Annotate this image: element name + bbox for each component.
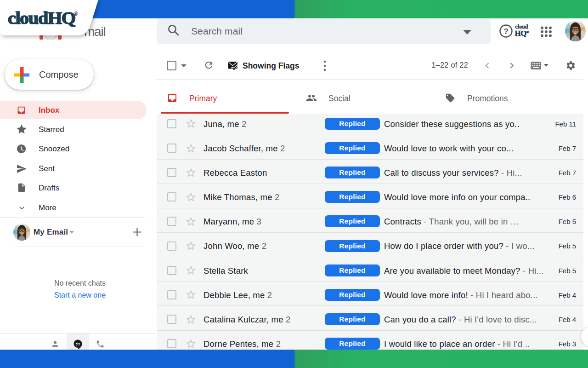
svg-text:?: ? <box>503 27 508 36</box>
